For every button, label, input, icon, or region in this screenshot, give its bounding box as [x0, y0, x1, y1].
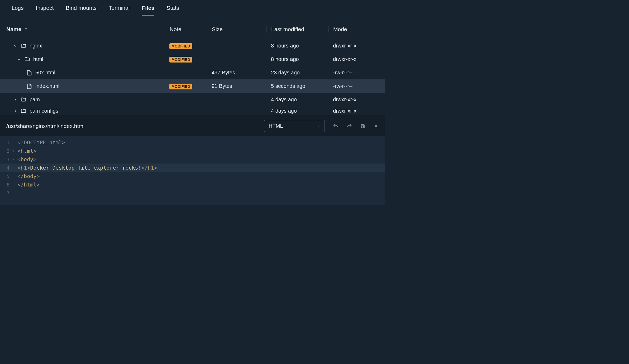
chevron-down-icon[interactable]: [13, 44, 17, 48]
line-number: 5: [0, 174, 11, 179]
folder-icon: [21, 97, 26, 103]
table-row[interactable]: 50x.html 497 Bytes 23 days ago -rw-r--r-…: [0, 66, 385, 79]
editor-file-path: /usr/share/nginx/html/index.html: [6, 123, 84, 129]
column-name-label: Name: [6, 26, 21, 32]
language-select-value: HTML: [269, 123, 283, 129]
file-modified: 4 days ago: [266, 108, 328, 114]
file-mode: drwxr-xr-x: [328, 43, 370, 49]
modified-badge: MODIFIED: [169, 57, 192, 63]
modified-badge: MODIFIED: [169, 43, 192, 49]
table-row[interactable]: html MODIFIED 8 hours ago drwxr-xr-x: [0, 52, 385, 66]
redo-icon[interactable]: [346, 123, 352, 129]
file-mode: drwxr-xr-x: [328, 97, 370, 103]
undo-icon[interactable]: [333, 123, 339, 129]
tab-bind-mounts[interactable]: Bind mounts: [66, 5, 97, 16]
fold-icon[interactable]: v: [11, 157, 15, 161]
tab-inspect[interactable]: Inspect: [36, 5, 54, 16]
tab-files[interactable]: Files: [142, 5, 154, 16]
tab-logs[interactable]: Logs: [12, 5, 24, 16]
line-number: 2: [0, 148, 11, 154]
file-mode: drwxr-xr-x: [328, 108, 370, 114]
file-size: 91 Bytes: [207, 83, 266, 89]
language-select[interactable]: HTML: [264, 120, 325, 132]
table-row[interactable]: pam 4 days ago drwxr-xr-x: [0, 93, 385, 106]
dropdown-icon: [317, 124, 320, 128]
file-mode: drwxr-xr-x: [328, 56, 370, 62]
folder-icon: [24, 56, 30, 62]
tab-bar: Logs Inspect Bind mounts Terminal Files …: [0, 0, 385, 16]
file-list: nginx MODIFIED 8 hours ago drwxr-xr-x ht…: [0, 36, 385, 116]
line-number: 3: [0, 157, 11, 162]
close-icon[interactable]: [373, 123, 379, 129]
file-name: pam-configs: [30, 108, 58, 114]
modified-badge: MODIFIED: [169, 84, 192, 89]
line-number: 4: [0, 165, 11, 171]
chevron-right-icon[interactable]: [13, 109, 17, 113]
chevron-right-icon[interactable]: [13, 98, 17, 102]
file-size: 497 Bytes: [207, 70, 266, 76]
table-row[interactable]: [0, 36, 385, 39]
file-modified: 8 hours ago: [266, 56, 328, 62]
table-row[interactable]: nginx MODIFIED 8 hours ago drwxr-xr-x: [0, 39, 385, 52]
file-icon: [26, 70, 32, 76]
file-name: html: [33, 56, 43, 62]
file-name: 50x.html: [35, 70, 55, 76]
column-note[interactable]: Note: [165, 26, 207, 32]
file-name: pam: [30, 97, 40, 103]
file-icon: [26, 83, 32, 89]
folder-icon: [21, 108, 26, 114]
file-modified: 4 days ago: [266, 97, 328, 103]
code-editor[interactable]: 1 <!DOCTYPE html> 2 v <html> 3 v <body> …: [0, 136, 385, 205]
column-name[interactable]: Name: [6, 26, 165, 32]
file-name: nginx: [30, 43, 42, 49]
file-name: [24, 36, 25, 39]
line-number: 1: [0, 140, 11, 145]
tab-terminal[interactable]: Terminal: [109, 5, 130, 16]
folder-icon: [21, 43, 26, 49]
column-modified[interactable]: Last modified: [266, 26, 328, 32]
file-modified: 23 days ago: [266, 70, 328, 76]
fold-icon[interactable]: v: [11, 149, 15, 153]
file-mode: -rw-r--r--: [328, 83, 370, 89]
file-table-header: Name Note Size Last modified Mode: [0, 16, 385, 36]
table-row[interactable]: index.html MODIFIED 91 Bytes 5 seconds a…: [0, 79, 385, 93]
sort-asc-icon: [24, 27, 28, 31]
table-row[interactable]: pam-configs 4 days ago drwxr-xr-x: [0, 106, 385, 116]
tab-stats[interactable]: Stats: [166, 5, 179, 16]
code-token: <!DOCTYPE html>: [17, 139, 65, 146]
chevron-down-icon[interactable]: [17, 58, 21, 61]
file-modified: 8 hours ago: [266, 43, 328, 49]
column-mode[interactable]: Mode: [328, 26, 370, 32]
save-icon[interactable]: [360, 123, 365, 129]
file-modified: 5 seconds ago: [266, 83, 328, 89]
line-number: 7: [0, 190, 11, 196]
file-name: index.html: [35, 83, 59, 89]
column-size[interactable]: Size: [207, 26, 266, 32]
editor-toolbar: /usr/share/nginx/html/index.html HTML: [0, 116, 385, 136]
file-mode: -rw-r--r--: [328, 70, 370, 76]
line-number: 6: [0, 182, 11, 188]
